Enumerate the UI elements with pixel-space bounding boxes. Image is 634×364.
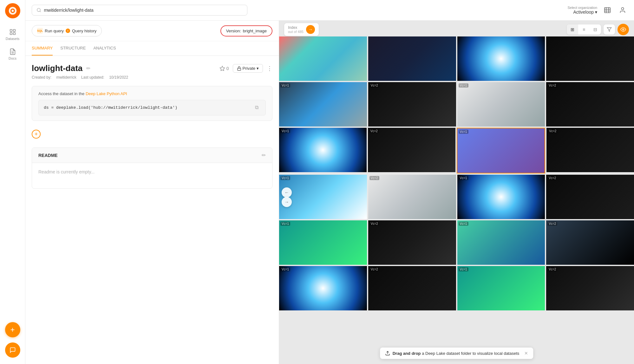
view-toggle: ⊞ ≡ ⊟ [567,24,601,35]
org-selector: Select organization Activeloop ▾ [567,6,597,15]
sidebar-item-docs[interactable]: Docs [0,44,25,64]
grid-cell[interactable]: Vc=2 [546,82,634,127]
index-total: 485 [298,30,304,34]
image-grid: Vc=1 Vc=2 Vc=1 Vc=2 [279,21,634,364]
created-by-value: mwitiderrick [56,75,76,80]
tab-structure[interactable]: STRUCTURE [60,41,86,55]
grid-cell[interactable]: Vc=1 [457,266,545,310]
svg-rect-14 [237,68,241,70]
query-history-label: Query history [72,29,96,33]
chat-button[interactable] [5,342,20,358]
grid-cell[interactable]: Vc=2 [546,175,634,219]
add-fab-button[interactable]: + [5,322,20,337]
dataset-title: lowlight-data [32,63,82,73]
building-icon[interactable] [602,5,612,15]
api-intro: Access the dataset in the Deep Lake Pyth… [38,91,266,96]
nav-arrow-left[interactable]: ← [282,187,292,198]
more-options-button[interactable]: ⋮ [267,65,272,72]
privacy-chevron-icon: ▾ [257,66,259,71]
sidebar-datasets-label: Datasets [6,37,19,41]
privacy-button[interactable]: Private ▾ [233,64,263,73]
svg-rect-5 [10,33,12,35]
header: Select organization Activeloop ▾ [25,0,634,21]
add-item-button[interactable]: + [32,130,41,139]
grid-cell[interactable]: Vc=2 [368,266,456,310]
toolbar: SQL Run query ! Query history Version: b… [25,21,279,41]
tab-analytics[interactable]: ANALYTICS [93,41,116,55]
search-bar[interactable] [32,5,247,16]
grid-cell[interactable]: Vc=1 [457,82,545,127]
index-arrow-button[interactable]: → [306,25,315,34]
detail-view-button[interactable]: ⊟ [590,24,601,35]
grid-view-button[interactable]: ⊞ [567,24,578,35]
index-badge: Index out of 485 → [284,23,319,36]
grid-cell[interactable]: Vc=2 [546,266,634,310]
grid-cell[interactable]: Vc=2 [368,175,456,219]
copy-button[interactable]: ⧉ [253,104,260,111]
grid-row [279,36,634,81]
grid-row: Vc=1 Vc=2 Vc=1 Vc=2 [279,82,634,127]
svg-point-16 [623,29,624,30]
search-input[interactable] [44,8,243,13]
drag-drop-icon [385,351,390,356]
star-button[interactable]: 0 [219,66,229,71]
grid-row: Vc=1 Vc=2 Vc=1 Vc=2 [279,266,634,310]
grid-cell[interactable]: Vc=2 [368,128,455,173]
grid-cell[interactable]: Vc=1 [279,266,367,310]
app-logo[interactable] [5,3,20,18]
readme-edit-icon[interactable]: ✏ [262,152,266,158]
right-panel: Index out of 485 → ⊞ ≡ ⊟ [279,21,634,364]
sidebar-bottom: + [0,322,25,364]
edit-title-icon[interactable]: ✏ [86,65,90,71]
sidebar-item-datasets[interactable]: Datasets [0,25,25,44]
version-label: Version: [226,29,241,33]
run-query-button[interactable]: SQL Run query ! Query history [32,25,102,36]
readme-body: Readme is currently empty... [32,163,272,188]
header-right: Select organization Activeloop ▾ [567,5,628,15]
grid-cell[interactable]: Vc=2 [546,128,634,173]
close-notification-button[interactable]: ✕ [524,351,528,356]
org-name[interactable]: Activeloop ▾ [573,10,597,15]
grid-cell[interactable]: Vc=1 [457,220,545,265]
grid-cell[interactable]: Vc=1 [279,220,367,265]
readme-header: README ✏ [32,148,272,163]
nav-arrow-right[interactable]: → [282,197,292,207]
svg-rect-11 [605,8,610,13]
grid-cell[interactable]: Vc=1 [457,175,545,219]
grid-row: Vc=1 Vc=2 Vc=1 Vc=2 [279,220,634,265]
grid-cell[interactable]: Vc=2 [368,220,456,265]
created-by-label: Created by: [32,75,51,80]
grid-cell[interactable]: Vc=1 [279,128,367,173]
grid-cell[interactable]: Vc=1 [279,175,367,219]
grid-cell-selected[interactable]: Vc=1 [457,128,546,173]
left-panel: SQL Run query ! Query history Version: b… [25,21,279,364]
tab-summary[interactable]: SUMMARY [32,41,53,55]
svg-marker-15 [607,28,611,31]
code-text: ds = deeplake.load('hub://mwitiderrick/l… [44,105,177,110]
api-section: Access the dataset in the Deep Lake Pyth… [32,86,272,121]
dataset-meta: Created by: mwitiderrick Last updated: 1… [32,75,272,80]
user-icon[interactable] [618,5,628,15]
grid-cell[interactable] [457,36,545,81]
grid-cell[interactable]: Vc=1 [279,82,367,127]
readme-title: README [38,153,58,158]
org-label: Select organization [567,6,597,10]
sidebar-docs-label: Docs [9,56,16,60]
grid-cell[interactable] [368,36,456,81]
grid-cell[interactable] [546,36,634,81]
api-link[interactable]: Deep Lake Python API [86,91,127,96]
privacy-label: Private [243,66,255,71]
svg-rect-3 [10,29,12,31]
last-updated-label: Last updated: [81,75,104,80]
grid-cell[interactable]: Vc=2 [368,82,456,127]
eye-button[interactable] [618,24,629,35]
list-view-button[interactable]: ≡ [578,24,590,35]
filter-button[interactable] [604,24,615,35]
grid-row: Vc=1 Vc=2 Vc=1 Vc=2 [279,175,634,219]
tabs: SUMMARY STRUCTURE ANALYTICS [25,41,279,56]
svg-rect-4 [13,29,15,31]
grid-cell[interactable] [279,36,367,81]
grid-cell[interactable]: Vc=2 [546,220,634,265]
readme-placeholder: Readme is currently empty... [38,169,95,174]
version-selector[interactable]: Version: bright_image [220,25,272,36]
